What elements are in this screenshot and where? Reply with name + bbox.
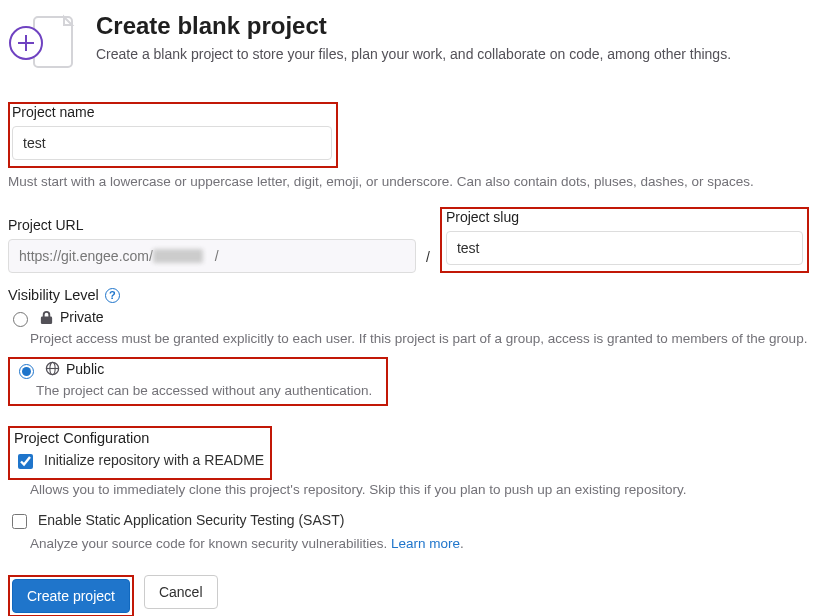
page-title: Create blank project [96, 12, 731, 40]
lock-icon [39, 310, 54, 325]
blank-project-icon [16, 16, 72, 72]
visibility-public-title: Public [66, 361, 104, 377]
readme-desc: Allows you to immediately clone this pro… [30, 480, 809, 500]
project-url-base[interactable]: https://git.engee.com/ / [8, 239, 416, 273]
sast-desc: Analyze your source code for known secur… [30, 536, 391, 551]
visibility-private-radio[interactable] [13, 312, 28, 327]
visibility-private-title: Private [60, 309, 104, 325]
cancel-button[interactable]: Cancel [144, 575, 218, 609]
visibility-public-radio[interactable] [19, 364, 34, 379]
project-url-label: Project URL [8, 217, 416, 233]
project-name-input[interactable] [12, 126, 332, 160]
visibility-label: Visibility Level [8, 287, 99, 303]
visibility-public-desc: The project can be accessed without any … [36, 381, 382, 401]
project-slug-input[interactable] [446, 231, 803, 265]
url-separator: / [426, 249, 430, 273]
readme-label: Initialize repository with a README [44, 452, 264, 468]
visibility-private-desc: Project access must be granted explicitl… [30, 329, 809, 349]
sast-checkbox[interactable] [12, 514, 27, 529]
readme-checkbox[interactable] [18, 454, 33, 469]
namespace-blur [153, 249, 203, 263]
sast-label: Enable Static Application Security Testi… [38, 512, 344, 528]
project-name-help: Must start with a lowercase or uppercase… [8, 174, 809, 189]
page-description: Create a blank project to store your fil… [96, 46, 731, 62]
create-project-button[interactable]: Create project [12, 579, 130, 613]
globe-icon [45, 361, 60, 376]
project-name-label: Project name [12, 104, 332, 120]
project-slug-label: Project slug [446, 209, 803, 225]
config-heading: Project Configuration [14, 430, 264, 446]
help-icon[interactable]: ? [105, 288, 120, 303]
sast-learn-more-link[interactable]: Learn more [391, 536, 460, 551]
